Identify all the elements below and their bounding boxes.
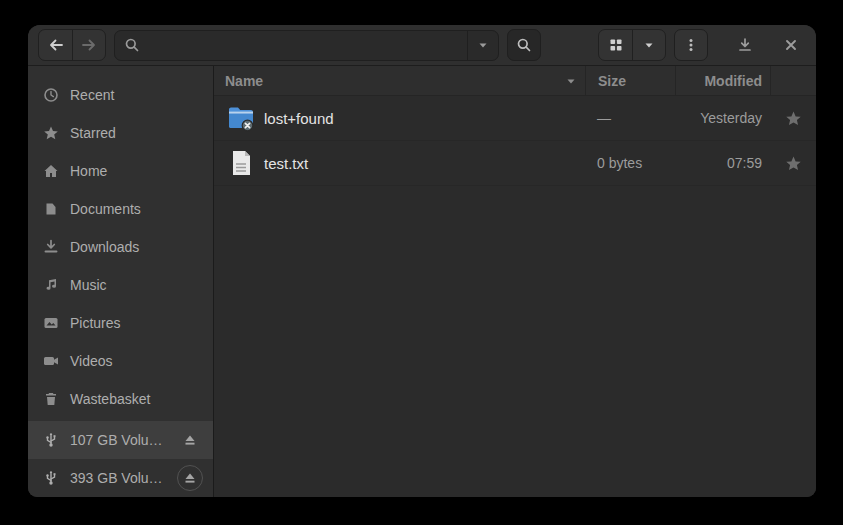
- download-icon: [43, 239, 59, 255]
- star-icon: [785, 110, 802, 127]
- music-note-icon: [43, 277, 59, 293]
- text-file-icon: [225, 147, 257, 179]
- column-header-name[interactable]: Name: [214, 66, 585, 95]
- eject-icon: [183, 471, 197, 485]
- star-icon: [785, 155, 802, 172]
- eject-icon: [183, 433, 197, 447]
- star-toggle-button[interactable]: [785, 155, 802, 172]
- sidebar-item-label: Pictures: [70, 315, 121, 331]
- headerbar: [28, 25, 816, 66]
- sidebar-item-label: Documents: [70, 201, 141, 217]
- location-dropdown-button[interactable]: [468, 31, 498, 60]
- clock-icon: [43, 87, 59, 103]
- file-rows: lost+found — Yesterday: [214, 96, 816, 497]
- forward-button[interactable]: [72, 30, 105, 60]
- column-header-star: [770, 66, 816, 95]
- sidebar: Recent Starred Home Documents: [28, 66, 214, 497]
- sidebar-item-label: Wastebasket: [70, 391, 150, 407]
- search-toggle-button[interactable]: [507, 29, 541, 61]
- sidebar-item-label: Starred: [70, 125, 116, 141]
- sidebar-item-home[interactable]: Home: [28, 152, 213, 190]
- sidebar-volume-393gb[interactable]: 393 GB Volu…: [28, 459, 213, 497]
- sidebar-item-label: Downloads: [70, 239, 139, 255]
- search-icon: [516, 37, 532, 53]
- sidebar-item-pictures[interactable]: Pictures: [28, 304, 213, 342]
- sidebar-item-recent[interactable]: Recent: [28, 76, 213, 114]
- grid-view-icon: [608, 37, 624, 53]
- usb-drive-icon: [43, 470, 59, 486]
- operations-button[interactable]: [730, 29, 760, 61]
- file-size: —: [585, 110, 675, 126]
- document-icon: [43, 201, 59, 217]
- arrow-left-icon: [48, 37, 64, 53]
- sidebar-item-documents[interactable]: Documents: [28, 190, 213, 228]
- three-dot-menu-icon: [683, 37, 699, 53]
- folder-icon-with-x-emblem: [225, 102, 257, 134]
- sidebar-item-starred[interactable]: Starred: [28, 114, 213, 152]
- column-headers: Name Size Modified: [214, 66, 816, 96]
- sidebar-item-label: Home: [70, 163, 107, 179]
- arrow-right-icon: [81, 37, 97, 53]
- close-window-button[interactable]: [776, 29, 806, 61]
- usb-drive-icon: [43, 432, 59, 448]
- volume-label: 393 GB Volu…: [70, 470, 166, 486]
- volume-label: 107 GB Volu…: [70, 432, 166, 448]
- eject-button[interactable]: [177, 427, 203, 453]
- video-camera-icon: [43, 353, 59, 369]
- sidebar-item-music[interactable]: Music: [28, 266, 213, 304]
- chevron-down-icon: [643, 39, 655, 51]
- sidebar-item-downloads[interactable]: Downloads: [28, 228, 213, 266]
- file-list-pane: Name Size Modified: [214, 66, 816, 497]
- file-row-lost-found[interactable]: lost+found — Yesterday: [214, 96, 816, 141]
- download-icon: [737, 37, 753, 53]
- column-header-size[interactable]: Size: [585, 66, 675, 95]
- sidebar-item-label: Videos: [70, 353, 113, 369]
- star-icon: [43, 125, 59, 141]
- sort-descending-icon: [565, 75, 577, 87]
- sidebar-item-wastebasket[interactable]: Wastebasket: [28, 380, 213, 418]
- sidebar-volume-107gb[interactable]: 107 GB Volu…: [28, 421, 213, 459]
- grid-view-button[interactable]: [599, 30, 632, 60]
- file-name: test.txt: [264, 155, 308, 172]
- trash-icon: [43, 391, 59, 407]
- location-search-entry[interactable]: [114, 30, 499, 61]
- star-toggle-button[interactable]: [785, 110, 802, 127]
- view-options-dropdown-button[interactable]: [632, 30, 665, 60]
- column-header-modified[interactable]: Modified: [675, 66, 770, 95]
- files-window: Recent Starred Home Documents: [28, 25, 816, 497]
- search-icon: [124, 37, 140, 53]
- file-row-test-txt[interactable]: test.txt 0 bytes 07:59: [214, 141, 816, 186]
- close-icon: [784, 38, 798, 52]
- file-modified: 07:59: [675, 155, 770, 171]
- home-icon: [43, 163, 59, 179]
- view-button-group: [598, 29, 666, 61]
- file-name: lost+found: [264, 110, 334, 127]
- picture-icon: [43, 315, 59, 331]
- sidebar-item-label: Recent: [70, 87, 114, 103]
- sidebar-item-videos[interactable]: Videos: [28, 342, 213, 380]
- file-size: 0 bytes: [585, 155, 675, 171]
- sidebar-item-label: Music: [70, 277, 107, 293]
- main-menu-button[interactable]: [674, 29, 708, 61]
- history-button-group: [38, 29, 106, 61]
- file-modified: Yesterday: [675, 110, 770, 126]
- eject-button[interactable]: [177, 465, 203, 491]
- back-button[interactable]: [39, 30, 72, 60]
- chevron-down-icon: [477, 39, 489, 51]
